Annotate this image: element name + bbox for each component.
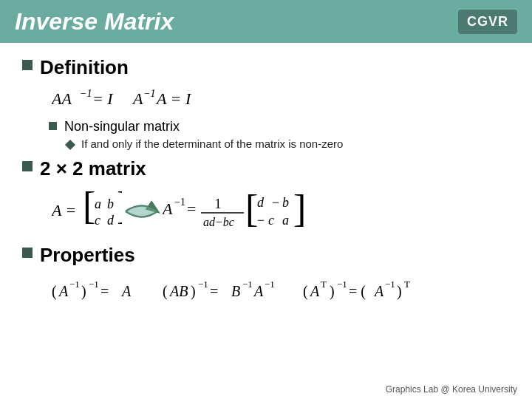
- slide-title: Inverse Matrix: [15, 8, 174, 35]
- bullet-icon: [22, 60, 33, 70]
- properties-formulas: ( A −1 ) −1 = A ( AB ) −1 = B −1: [52, 273, 510, 305]
- bullet-icon-3: [22, 248, 33, 258]
- svg-text:]: ]: [117, 188, 122, 227]
- svg-text:[: [: [245, 188, 258, 230]
- svg-text:a: a: [95, 197, 101, 211]
- footer-text: Graphics Lab @ Korea University: [386, 384, 517, 395]
- svg-text:−1: −1: [337, 279, 347, 290]
- svg-text:c: c: [268, 213, 274, 228]
- svg-text:T: T: [321, 279, 327, 290]
- properties-title: Properties: [40, 244, 135, 267]
- svg-text:]: ]: [293, 188, 306, 230]
- definition-section: Definition AA −1 = I A −1 A = I Non-si: [22, 56, 510, 150]
- svg-text:): ): [397, 283, 402, 300]
- diamond-icon: [65, 140, 75, 150]
- slide: Inverse Matrix CGVR Definition AA −1 = I…: [0, 0, 532, 399]
- 2x2-title: 2 × 2 matrix: [40, 157, 146, 180]
- svg-text:=: =: [100, 283, 109, 299]
- svg-text:b: b: [282, 195, 289, 210]
- svg-text:AB: AB: [168, 283, 188, 299]
- svg-text:b: b: [107, 197, 114, 211]
- svg-text:(: (: [52, 283, 57, 300]
- svg-text:= I: = I: [92, 89, 114, 108]
- slide-content: Definition AA −1 = I A −1 A = I Non-si: [0, 43, 532, 320]
- non-singular-label: Non-singular matrix: [64, 119, 180, 134]
- svg-text:d: d: [107, 213, 115, 228]
- svg-text:A: A: [120, 283, 132, 299]
- slide-header: Inverse Matrix CGVR: [0, 0, 532, 43]
- definition-formulas: AA −1 = I A −1 A = I: [52, 85, 510, 113]
- svg-text:−1: −1: [80, 88, 92, 99]
- matrix-a-inv: A −1 = 1 ad−bc [ d − b − c a: [163, 186, 310, 236]
- arrow-icon: [122, 197, 163, 226]
- svg-text:= (: = (: [349, 283, 366, 300]
- svg-text:−1: −1: [174, 197, 185, 208]
- svg-text:−1: −1: [198, 279, 208, 290]
- prop-formula-1: ( A −1 ) −1 = A: [52, 273, 155, 305]
- formula-aa-inv: AA −1 = I A −1 A = I: [52, 85, 244, 113]
- svg-text:A =: A =: [52, 201, 76, 219]
- svg-text:−1: −1: [89, 279, 99, 290]
- prop-formula-3: ( A T ) −1 = ( A −1 ) T: [303, 273, 458, 305]
- svg-text:A: A: [373, 283, 384, 299]
- svg-text:A = I: A = I: [155, 89, 192, 108]
- cgvr-badge: CGVR: [458, 10, 517, 34]
- svg-text:A: A: [253, 283, 264, 299]
- svg-text:A: A: [132, 89, 143, 108]
- svg-text:−: −: [257, 213, 265, 228]
- svg-text:A: A: [58, 283, 69, 299]
- svg-text:B: B: [231, 283, 240, 299]
- svg-text:−1: −1: [385, 279, 395, 290]
- svg-text:c: c: [95, 213, 100, 228]
- footer: Graphics Lab @ Korea University: [386, 384, 517, 395]
- svg-text:): ): [81, 283, 86, 300]
- svg-text:): ): [330, 283, 335, 300]
- non-singular-detail: If and only if the determinant of the ma…: [66, 137, 510, 150]
- svg-text:−: −: [272, 195, 279, 210]
- svg-text:T: T: [404, 279, 410, 290]
- svg-text:−1: −1: [143, 88, 155, 99]
- prop-formula-2: ( AB ) −1 = B −1 A −1: [163, 273, 296, 305]
- definition-bullet: Definition: [22, 56, 510, 79]
- svg-text:d: d: [257, 195, 265, 210]
- definition-title: Definition: [40, 56, 129, 79]
- svg-text:−1: −1: [242, 279, 253, 290]
- svg-text:(: (: [303, 283, 308, 300]
- svg-text:ad−bc: ad−bc: [203, 216, 234, 228]
- svg-text:=: =: [210, 283, 218, 299]
- 2x2-section: 2 × 2 matrix A = [ a b c d ]: [22, 157, 510, 236]
- svg-text:a: a: [282, 213, 289, 228]
- sub-bullet-icon: [49, 122, 57, 130]
- svg-text:=: =: [187, 200, 196, 218]
- properties-bullet: Properties: [22, 244, 510, 267]
- 2x2-bullet: 2 × 2 matrix: [22, 157, 510, 180]
- 2x2-formula: A = [ a b c d ]: [52, 186, 510, 236]
- svg-text:−1: −1: [69, 279, 80, 290]
- svg-text:A: A: [163, 200, 173, 218]
- matrix-a: A = [ a b c d ]: [52, 188, 122, 236]
- bullet-icon-2: [22, 161, 33, 171]
- non-singular-text: If and only if the determinant of the ma…: [81, 137, 343, 150]
- svg-text:): ): [191, 283, 196, 300]
- svg-text:(: (: [163, 283, 168, 300]
- svg-text:−1: −1: [265, 279, 275, 290]
- properties-section: Properties ( A −1 ) −1 = A ( AB: [22, 244, 510, 305]
- svg-text:1: 1: [215, 197, 222, 211]
- svg-text:AA: AA: [52, 89, 72, 108]
- non-singular-bullet: Non-singular matrix: [49, 119, 510, 134]
- svg-text:A: A: [309, 283, 320, 299]
- svg-text:[: [: [83, 188, 95, 227]
